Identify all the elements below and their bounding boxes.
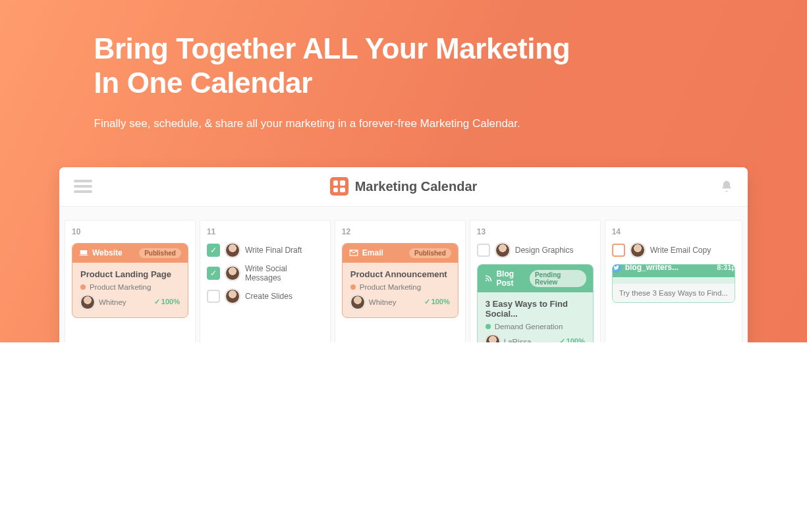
card-kind: blog_writers... [625,264,679,273]
hero-subtitle: Finally see, schedule, & share all your … [94,117,713,130]
task-label: Create Slides [245,292,292,301]
social-card-twitter[interactable]: blog_writers...8:31p Try these 3 Easy Wa… [612,264,735,303]
rss-icon [484,274,493,283]
hero-section: Bring Together ALL Your Marketing In One… [0,0,807,342]
status-pill: Published [139,248,181,258]
task-row[interactable]: ✓Write Final Draft [207,243,323,257]
card-pct: ✓100% [154,298,180,306]
avatar-icon [486,334,500,342]
card-title: 3 Easy Ways to Find Social... [486,299,585,319]
brand-logo-icon [330,177,348,196]
day-cell-13[interactable]: 13 Design Graphics Blog PostPending Revi… [470,220,601,342]
task-row[interactable]: Write Email Copy [612,243,735,257]
card-title: Product Announcement [350,269,450,279]
brand: Marketing Calendar [330,177,478,196]
card-owner: Whitney [99,298,126,306]
checkbox-icon[interactable] [477,244,490,257]
task-label: Write Final Draft [245,246,302,255]
card-title: Product Landing Page [80,269,180,279]
day-number: 10 [72,227,188,236]
avatar-icon [225,243,240,257]
card-team: Product Marketing [90,283,151,291]
day-number: 12 [342,227,459,236]
card-kind: Email [362,248,383,257]
day-number: 13 [477,227,594,236]
task-label: Write Social Messages [245,264,323,282]
bell-icon[interactable] [720,179,733,194]
avatar-icon [630,243,645,257]
card-owner: Whitney [369,298,397,306]
card-pct: ✓100% [424,298,450,306]
status-pill: Published [409,248,451,258]
status-pill: Pending Review [530,270,586,287]
mail-icon [349,248,358,257]
day-cell-10[interactable]: 10 WebsitePublished Product Landing Page… [65,220,196,342]
avatar-icon [225,289,240,304]
day-cell-11[interactable]: 11 ✓Write Final Draft ✓Write Social Mess… [200,220,331,342]
svg-rect-0 [80,250,88,254]
task-row[interactable]: Design Graphics [477,243,594,257]
app-window: Marketing Calendar 10 WebsitePublished P… [59,167,748,342]
svg-rect-1 [80,255,88,255]
card-body: Try these 3 Easy Ways to Find... [613,284,735,302]
avatar-icon [495,243,510,257]
checkbox-icon[interactable] [612,244,625,257]
hero-title-line2: In One Calendar [94,66,312,99]
day-number: 11 [207,227,323,236]
team-dot-icon [80,284,86,290]
avatar-icon [350,295,365,309]
team-dot-icon [350,284,356,290]
checkbox-icon[interactable] [207,290,220,303]
card-website[interactable]: WebsitePublished Product Landing Page Pr… [72,243,188,318]
card-owner: LaRissa [504,338,532,342]
task-row[interactable]: Create Slides [207,289,323,304]
hero-title-line1: Bring Together ALL Your Marketing [94,32,570,65]
avatar-icon [80,295,95,309]
twitter-icon [612,264,621,273]
calendar-grid: 10 WebsitePublished Product Landing Page… [59,207,748,342]
checkbox-icon[interactable]: ✓ [207,244,220,257]
topbar: Marketing Calendar [59,167,748,207]
day-number: 14 [612,227,735,236]
laptop-icon [79,248,88,257]
card-kind: Blog Post [496,269,530,288]
menu-icon[interactable] [74,177,92,196]
brand-label: Marketing Calendar [355,179,478,194]
card-team: Demand Generation [495,323,563,331]
card-kind: Website [92,248,123,257]
avatar-icon [225,266,240,280]
hero-title: Bring Together ALL Your Marketing In One… [94,32,713,100]
svg-point-2 [486,280,487,281]
card-time: 8:31p [717,264,735,272]
day-cell-12[interactable]: 12 EmailPublished Product Announcement P… [335,220,466,342]
team-dot-icon [486,324,491,329]
card-email-12[interactable]: EmailPublished Product Announcement Prod… [342,243,459,318]
card-pct: ✓100% [559,337,585,342]
task-row[interactable]: ✓Write Social Messages [207,264,323,282]
checkbox-icon[interactable]: ✓ [207,267,220,280]
task-label: Write Email Copy [650,246,711,255]
card-blog-13[interactable]: Blog PostPending Review 3 Easy Ways to F… [477,264,594,342]
card-team: Product Marketing [360,283,421,291]
task-label: Design Graphics [515,246,574,255]
day-cell-14[interactable]: 14 Write Email Copy blog_writers...8:31p… [605,220,742,342]
